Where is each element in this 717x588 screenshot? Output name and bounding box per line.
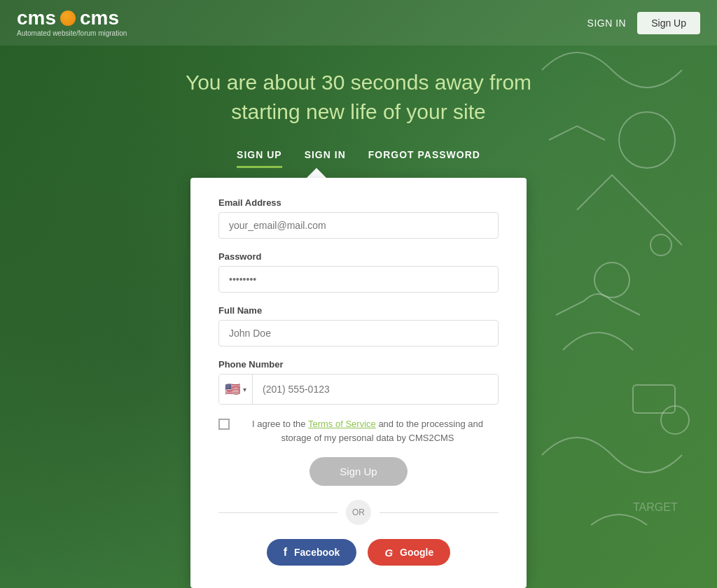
- terms-text: I agree to the Terms of Service and to t…: [237, 417, 499, 444]
- phone-flag-selector[interactable]: 🇺🇸 ▾: [219, 374, 253, 404]
- signup-form-card: Email Address Password Full Name Phone N…: [190, 178, 527, 588]
- header-nav: SIGN IN Sign Up: [587, 12, 700, 34]
- fullname-group: Full Name: [218, 305, 499, 346]
- terms-link[interactable]: Terms of Service: [308, 419, 376, 429]
- or-line-left: [218, 512, 337, 513]
- email-group: Email Address: [218, 197, 499, 239]
- or-divider: OR: [218, 500, 499, 525]
- password-group: Password: [218, 251, 499, 293]
- terms-checkbox[interactable]: [218, 419, 230, 430]
- hero-title: You are about 30 seconds away from start…: [14, 68, 703, 127]
- tab-pointer: [0, 168, 717, 178]
- hero-title-line2: starting new life of your site: [231, 100, 486, 123]
- svg-rect-2: [633, 385, 675, 413]
- logo-wrapper: cms cms: [17, 8, 127, 28]
- social-buttons: f Facebook G Google: [218, 539, 499, 566]
- tab-signup[interactable]: SIGN UP: [237, 149, 282, 168]
- hero-title-line1: You are about 30 seconds away from: [186, 71, 531, 94]
- terms-before: I agree to the: [252, 419, 308, 429]
- password-input[interactable]: [218, 266, 499, 293]
- logo-cms-text2: cms: [80, 8, 119, 28]
- auth-tabs: SIGN UP SIGN IN FORGOT PASSWORD: [0, 141, 717, 168]
- tab-signin[interactable]: SIGN IN: [305, 149, 346, 168]
- email-label: Email Address: [218, 197, 499, 208]
- phone-number-input[interactable]: [253, 377, 498, 402]
- hero-section: You are about 30 seconds away from start…: [0, 46, 717, 141]
- logo-subtitle: Automated website/forum migration: [17, 29, 127, 37]
- phone-input-wrapper: 🇺🇸 ▾: [218, 374, 499, 405]
- header-signin-link[interactable]: SIGN IN: [587, 18, 627, 29]
- fullname-input[interactable]: [218, 320, 499, 346]
- email-input[interactable]: [218, 212, 499, 239]
- chevron-down-icon: ▾: [243, 386, 246, 393]
- google-signup-button[interactable]: G Google: [368, 539, 450, 566]
- google-icon: G: [384, 547, 393, 559]
- header: cms cms Automated website/forum migratio…: [0, 0, 717, 46]
- logo-cms-text: cms: [17, 8, 56, 28]
- svg-point-3: [650, 234, 671, 255]
- or-line-right: [380, 512, 499, 513]
- logo: cms cms Automated website/forum migratio…: [17, 8, 127, 37]
- phone-group: Phone Number 🇺🇸 ▾: [218, 359, 499, 405]
- logo-ball-icon: [60, 10, 76, 26]
- or-label: OR: [346, 500, 371, 525]
- svg-text:TARGET: TARGET: [633, 501, 678, 513]
- terms-area: I agree to the Terms of Service and to t…: [218, 417, 499, 444]
- tab-forgot-password[interactable]: FORGOT PASSWORD: [368, 149, 480, 168]
- svg-point-1: [594, 262, 629, 298]
- phone-label: Phone Number: [218, 359, 499, 370]
- password-label: Password: [218, 251, 499, 262]
- fullname-label: Full Name: [218, 305, 499, 316]
- google-label: Google: [400, 547, 433, 558]
- facebook-label: Facebook: [294, 547, 340, 558]
- header-signup-button[interactable]: Sign Up: [637, 12, 700, 34]
- flag-icon: 🇺🇸: [225, 382, 240, 397]
- signup-submit-button[interactable]: Sign Up: [309, 457, 408, 486]
- facebook-signup-button[interactable]: f Facebook: [267, 539, 357, 566]
- facebook-icon: f: [284, 546, 287, 559]
